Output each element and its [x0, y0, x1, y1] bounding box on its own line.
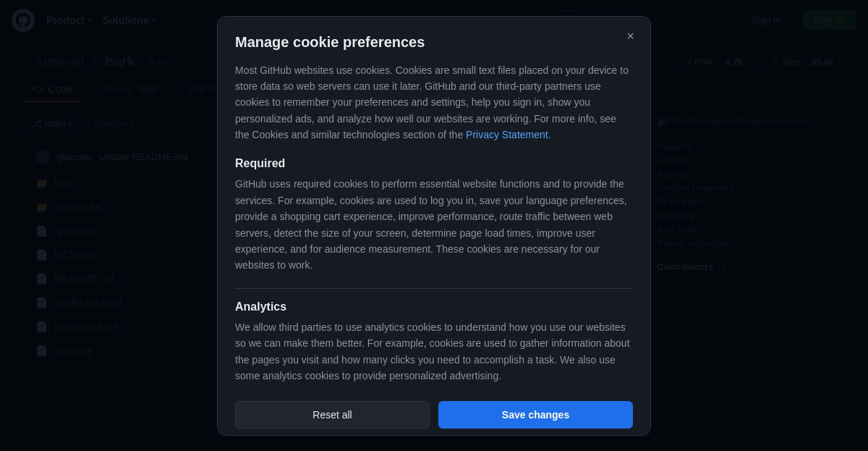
modal-divider [235, 288, 633, 289]
save-changes-button[interactable]: Save changes [438, 401, 633, 429]
analytics-section-text: We allow third parties to use analytics … [235, 319, 633, 384]
modal-footer: Reset all Save changes [235, 401, 633, 429]
modal-title: Manage cookie preferences [235, 34, 633, 51]
analytics-section-title: Analytics [235, 300, 633, 313]
modal-close-button[interactable]: × [622, 28, 639, 44]
required-section-title: Required [235, 157, 633, 170]
modal-required-section: Required GitHub uses required cookies to… [235, 157, 633, 273]
required-section-text: GitHub uses required cookies to perform … [235, 176, 633, 273]
modal-analytics-section: Analytics We allow third parties to use … [235, 300, 633, 384]
privacy-statement-link[interactable]: Privacy Statement [466, 129, 548, 140]
reset-all-button[interactable]: Reset all [235, 401, 430, 429]
modal-intro-text: Most GitHub websites use cookies. Cookie… [235, 62, 633, 143]
modal-overlay: × Manage cookie preferences Most GitHub … [0, 0, 868, 451]
cookie-preferences-modal: × Manage cookie preferences Most GitHub … [217, 16, 651, 436]
